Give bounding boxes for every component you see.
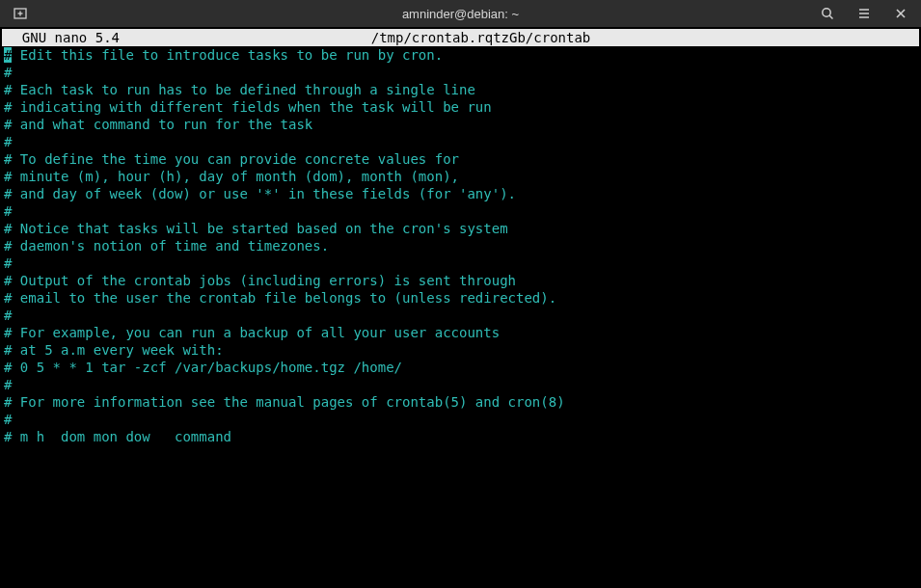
editor-line: # [4, 254, 917, 272]
nano-header-spacer [842, 29, 919, 46]
editor-line: # [4, 64, 917, 81]
terminal-area[interactable]: GNU nano 5.4 /tmp/crontab.rqtzGb/crontab… [0, 27, 921, 447]
editor-line: # minute (m), hour (h), day of month (do… [4, 168, 917, 185]
svg-point-3 [823, 9, 830, 16]
search-icon [820, 6, 835, 21]
editor-line: # To define the time you can provide con… [4, 150, 917, 168]
editor-content[interactable]: # Edit this file to introduce tasks to b… [2, 46, 919, 445]
editor-line: # [4, 307, 917, 324]
editor-line: # at 5 a.m every week with: [4, 341, 917, 359]
editor-line: # [4, 133, 917, 150]
editor-line: # [4, 376, 917, 393]
close-icon [894, 7, 907, 20]
titlebar-left-group [4, 2, 37, 25]
svg-line-4 [829, 15, 832, 18]
editor-line: # and day of week (dow) or use '*' in th… [4, 185, 917, 202]
editor-line: # [4, 202, 917, 220]
new-tab-button[interactable] [4, 2, 37, 25]
nano-file-path: /tmp/crontab.rqtzGb/crontab [120, 29, 842, 46]
line-text: Edit this file to introduce tasks to be … [12, 47, 443, 63]
window-titlebar: amninder@debian: ~ [0, 0, 921, 27]
editor-line: # daemon's notion of time and timezones. [4, 237, 917, 254]
editor-line: # 0 5 * * 1 tar -zcf /var/backups/home.t… [4, 359, 917, 376]
editor-line: # Output of the crontab jobs (including … [4, 272, 917, 289]
editor-line: # For example, you can run a backup of a… [4, 324, 917, 341]
nano-app-label: GNU nano 5.4 [2, 29, 120, 46]
editor-line: # Notice that tasks will be started base… [4, 220, 917, 237]
hamburger-icon [856, 6, 872, 21]
new-tab-icon [13, 6, 28, 21]
close-button[interactable] [884, 2, 917, 25]
editor-line: # Each task to run has to be defined thr… [4, 81, 917, 98]
window-title: amninder@debian: ~ [402, 7, 519, 21]
editor-line: # and what command to run for the task [4, 116, 917, 133]
editor-line: # For more information see the manual pa… [4, 393, 917, 411]
editor-line: # m h dom mon dow command [4, 428, 917, 445]
editor-line: # Edit this file to introduce tasks to b… [4, 46, 917, 64]
editor-line: # indicating with different fields when … [4, 98, 917, 116]
titlebar-right-group [811, 2, 917, 25]
menu-button[interactable] [848, 2, 880, 25]
search-button[interactable] [811, 2, 844, 25]
editor-line: # [4, 411, 917, 428]
nano-header-bar: GNU nano 5.4 /tmp/crontab.rqtzGb/crontab [2, 29, 919, 46]
editor-line: # email to the user the crontab file bel… [4, 289, 917, 307]
